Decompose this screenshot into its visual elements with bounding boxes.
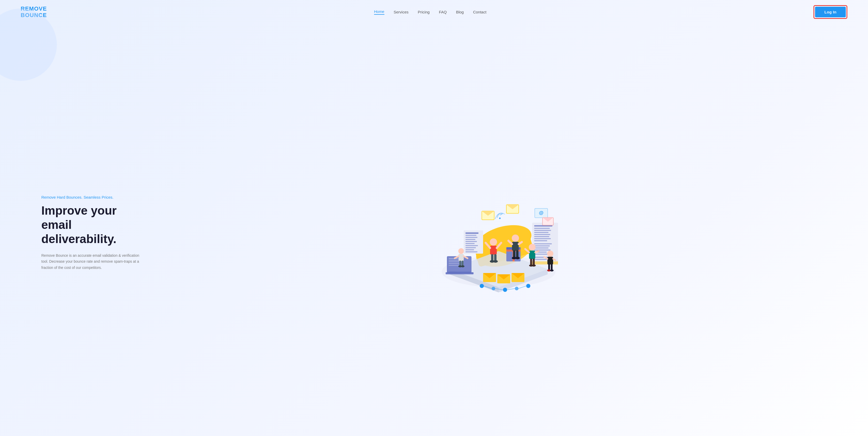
svg-rect-24: [534, 243, 552, 244]
svg-rect-25: [534, 245, 550, 246]
hero-section: Remove Hard Bounces. Seamless Prices. Im…: [0, 24, 868, 436]
svg-text:@: @: [539, 210, 544, 215]
svg-rect-32: [532, 261, 558, 264]
email-illustration: @: [424, 171, 574, 295]
svg-rect-17: [534, 228, 550, 229]
nav-home[interactable]: Home: [374, 9, 384, 15]
svg-rect-110: [466, 249, 474, 250]
svg-rect-107: [466, 243, 474, 244]
svg-rect-106: [466, 241, 477, 242]
svg-rect-14: [445, 272, 473, 274]
svg-rect-109: [466, 247, 476, 248]
svg-point-41: [503, 288, 507, 292]
nav-blog[interactable]: Blog: [456, 10, 464, 14]
nav-contact[interactable]: Contact: [473, 10, 487, 14]
svg-rect-111: [466, 251, 477, 252]
svg-point-59: [493, 260, 498, 263]
nav-services[interactable]: Services: [394, 10, 409, 14]
svg-rect-103: [466, 235, 476, 236]
svg-point-39: [480, 284, 484, 288]
svg-point-91: [550, 270, 554, 272]
svg-rect-31: [534, 259, 547, 260]
login-button-wrapper: Log In: [813, 5, 847, 19]
svg-point-83: [461, 265, 464, 267]
hero-tagline: Remove Hard Bounces. Seamless Prices.: [41, 195, 150, 199]
hero-illustration: @: [150, 171, 847, 295]
svg-point-60: [512, 235, 519, 242]
svg-point-40: [492, 287, 495, 290]
nav-faq[interactable]: FAQ: [439, 10, 447, 14]
header: REMOVE BOUNCE Home Services Pricing FAQ …: [0, 0, 868, 24]
svg-point-52: [490, 239, 497, 246]
svg-rect-30: [534, 257, 549, 258]
hero-content: Remove Hard Bounces. Seamless Prices. Im…: [41, 195, 150, 271]
svg-rect-72: [530, 258, 532, 266]
nav-pricing[interactable]: Pricing: [418, 10, 430, 14]
svg-line-71: [535, 251, 538, 252]
svg-rect-22: [534, 238, 551, 239]
svg-point-76: [458, 248, 464, 254]
svg-point-43: [526, 284, 530, 288]
svg-rect-20: [534, 234, 550, 235]
svg-rect-105: [466, 239, 475, 240]
svg-rect-104: [466, 237, 477, 238]
svg-point-67: [515, 257, 520, 259]
login-button[interactable]: Log In: [815, 7, 846, 17]
svg-rect-12: [449, 263, 460, 264]
svg-rect-53: [490, 246, 497, 255]
hero-title: Improve your email deliverability.: [41, 204, 150, 246]
svg-rect-108: [466, 245, 478, 246]
svg-rect-23: [534, 240, 547, 241]
main-nav: Home Services Pricing FAQ Blog Contact: [374, 9, 487, 15]
svg-rect-26: [534, 247, 549, 248]
hero-description: Remove Bounce is an accurate email valid…: [41, 253, 140, 271]
svg-point-75: [532, 264, 536, 267]
svg-rect-27: [534, 250, 551, 251]
svg-point-100: [499, 217, 501, 219]
svg-rect-69: [529, 251, 535, 259]
svg-point-42: [515, 287, 519, 290]
svg-point-68: [529, 244, 535, 251]
svg-rect-77: [459, 254, 464, 261]
svg-rect-19: [534, 232, 549, 233]
svg-rect-61: [512, 242, 519, 251]
svg-rect-18: [534, 230, 551, 231]
svg-rect-73: [533, 258, 535, 266]
svg-line-47: [519, 286, 526, 288]
svg-point-84: [547, 251, 553, 257]
svg-rect-85: [548, 257, 553, 264]
svg-rect-102: [466, 232, 478, 234]
svg-rect-21: [534, 236, 549, 237]
